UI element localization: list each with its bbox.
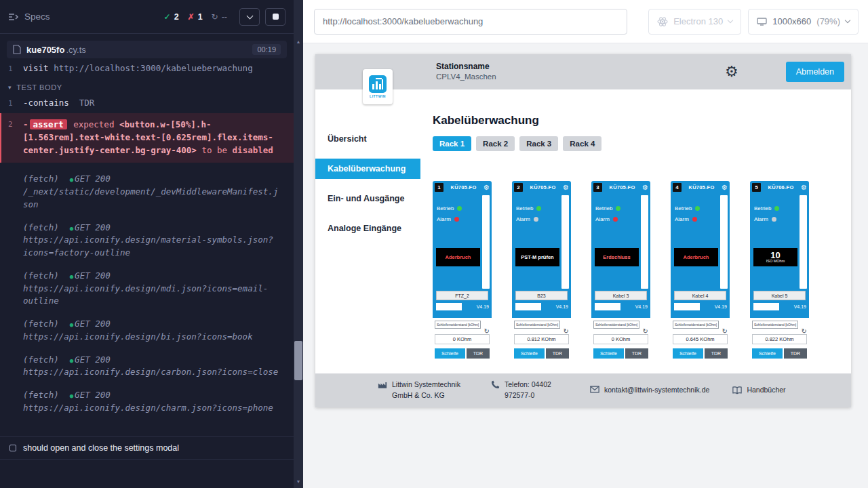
device-gear-icon[interactable]: ⚙ bbox=[484, 184, 490, 191]
resistance-label: Schleifenwiderstand [kOhm] bbox=[673, 321, 719, 329]
collapse-button[interactable] bbox=[239, 8, 260, 26]
rack-tab[interactable]: Rack 4 bbox=[563, 136, 601, 151]
viewport-select[interactable]: 1000x660 (79%) bbox=[748, 9, 859, 35]
network-log-entry[interactable]: (fetch)●GET 200 https://api.iconify.desi… bbox=[0, 354, 294, 380]
device-gear-icon[interactable]: ⚙ bbox=[642, 184, 648, 191]
footer-item[interactable]: Telefon: 04402 972577-0 bbox=[491, 380, 567, 401]
footer-item[interactable]: Handbücher bbox=[732, 385, 785, 396]
level-indicator bbox=[561, 195, 569, 289]
footer-item[interactable]: Littwin Systemtechnik GmbH & Co. KG bbox=[378, 380, 468, 401]
device-gear-icon[interactable]: ⚙ bbox=[563, 184, 569, 191]
line-number: 1 bbox=[0, 63, 18, 73]
tdr-button[interactable]: TDR bbox=[467, 348, 490, 359]
betrieb-label: Betrieb bbox=[437, 205, 454, 211]
success-dot-icon: ● bbox=[70, 176, 73, 183]
spec-timer: 00:19 bbox=[252, 44, 281, 55]
status-display: Aderbruch bbox=[674, 248, 718, 266]
settings-gear-icon[interactable]: ⚙ bbox=[725, 64, 738, 79]
success-dot-icon: ● bbox=[70, 225, 73, 232]
tdr-button[interactable]: TDR bbox=[705, 348, 728, 359]
device-model: KÜ706-FO bbox=[763, 184, 799, 190]
device-number: 5 bbox=[752, 183, 761, 192]
line-number bbox=[0, 222, 18, 260]
runner-header: Specs ✓2 ✗1 ↻-- bbox=[0, 0, 294, 34]
cable-name[interactable]: Kabel 4 bbox=[674, 291, 726, 300]
test-body-section[interactable]: ▾ TEST BODY bbox=[0, 75, 294, 96]
schleife-button[interactable]: Schleife bbox=[593, 348, 624, 359]
betrieb-led bbox=[695, 206, 700, 211]
logout-button[interactable]: Abmelden bbox=[786, 62, 844, 82]
line-number bbox=[0, 270, 18, 308]
schleife-button[interactable]: Schleife bbox=[435, 348, 465, 359]
footer-icon bbox=[491, 380, 500, 389]
sidebar-item[interactable]: Ein- und Ausgänge bbox=[315, 188, 420, 209]
cable-name[interactable]: Kabel 5 bbox=[753, 291, 806, 300]
next-test-title: should open and close the settings modal bbox=[23, 443, 179, 453]
logo-text: LITTWIN bbox=[370, 94, 386, 98]
network-log-entry[interactable]: (fetch)●GET 200 /_next/static/developmen… bbox=[0, 173, 294, 211]
network-log-entry[interactable]: (fetch)●GET 200 https://api.iconify.desi… bbox=[0, 318, 294, 344]
network-log-entry[interactable]: (fetch)●GET 200 https://api.iconify.desi… bbox=[0, 222, 294, 260]
rack-tab[interactable]: Rack 3 bbox=[519, 136, 558, 151]
resistance-value: 0.822 KOhm bbox=[752, 334, 807, 344]
specs-label[interactable]: Specs bbox=[24, 12, 50, 22]
littwin-logo: LITTWIN bbox=[363, 69, 393, 104]
device-gear-icon[interactable]: ⚙ bbox=[801, 184, 807, 191]
footer-item[interactable]: kontakt@littwin-systemtechnik.de bbox=[590, 385, 709, 396]
rack-tab[interactable]: Rack 1 bbox=[433, 136, 471, 151]
version-field bbox=[595, 303, 620, 310]
chevron-down-icon bbox=[728, 18, 733, 23]
resistance-label: Schleifenwiderstand [kOhm] bbox=[435, 321, 481, 329]
footer-icon bbox=[378, 380, 387, 389]
spec-name[interactable]: kue705fo bbox=[26, 45, 64, 55]
tdr-button[interactable]: TDR bbox=[784, 348, 807, 359]
cable-name[interactable]: B23 bbox=[515, 291, 568, 300]
runner-scrollbar[interactable]: ▲ ▼ bbox=[294, 0, 303, 488]
level-indicator bbox=[641, 195, 648, 289]
scroll-down-icon[interactable]: ▼ bbox=[294, 479, 303, 484]
network-log-entry[interactable]: (fetch)●GET 200 https://api.iconify.desi… bbox=[0, 389, 294, 415]
schleife-button[interactable]: Schleife bbox=[752, 348, 783, 359]
station-info: Stationsname CPLV4_Maschen bbox=[436, 61, 496, 83]
scroll-up-icon[interactable]: ▲ bbox=[294, 39, 303, 44]
refresh-icon[interactable]: ↻ bbox=[802, 328, 807, 335]
betrieb-label: Betrieb bbox=[516, 205, 533, 211]
contains-command-row[interactable]: 1 -contains TDR bbox=[0, 96, 294, 110]
main-content: Kabelüberwachung Rack 1 Rack 2 Rack 3 Ra… bbox=[420, 89, 851, 373]
browser-select[interactable]: Electron 130 bbox=[648, 9, 741, 35]
scrollbar-thumb[interactable] bbox=[294, 341, 302, 380]
refresh-icon[interactable]: ↻ bbox=[643, 328, 648, 335]
sidebar-item[interactable]: Übersicht bbox=[315, 129, 420, 149]
sidebar-item[interactable]: Analoge Eingänge bbox=[315, 218, 420, 239]
stop-button[interactable] bbox=[265, 8, 285, 26]
resistance-value: 0.645 KOhm bbox=[673, 334, 728, 344]
betrieb-label: Betrieb bbox=[595, 205, 612, 211]
refresh-icon[interactable]: ↻ bbox=[484, 328, 490, 335]
alarm-led bbox=[613, 217, 618, 222]
device-gear-icon[interactable]: ⚙ bbox=[722, 184, 728, 191]
alarm-led bbox=[692, 217, 697, 222]
refresh-icon[interactable]: ↻ bbox=[564, 328, 569, 335]
assert-badge: assert bbox=[30, 119, 67, 129]
sidebar-item[interactable]: Kabelüberwachung bbox=[315, 159, 420, 179]
schleife-button[interactable]: Schleife bbox=[673, 348, 703, 359]
schleife-button[interactable]: Schleife bbox=[514, 348, 545, 359]
refresh-icon[interactable]: ↻ bbox=[722, 328, 728, 335]
level-indicator bbox=[800, 195, 807, 289]
line-number bbox=[0, 389, 18, 415]
cable-name[interactable]: Kabel 3 bbox=[595, 291, 647, 300]
tdr-button[interactable]: TDR bbox=[625, 348, 648, 359]
network-log-entry[interactable]: (fetch)●GET 200 https://api.iconify.desi… bbox=[0, 270, 294, 308]
visit-command-row[interactable]: 1 visit http://localhost:3000/kabelueber… bbox=[0, 61, 294, 75]
rack-tab[interactable]: Rack 2 bbox=[476, 136, 515, 151]
test-box-icon bbox=[9, 445, 16, 451]
firmware-version: V4.19 bbox=[635, 304, 648, 309]
tdr-button[interactable]: TDR bbox=[546, 348, 569, 359]
url-input[interactable] bbox=[314, 9, 627, 35]
cable-name[interactable]: FTZ_2 bbox=[436, 291, 488, 300]
specs-menu-icon[interactable] bbox=[8, 13, 19, 21]
device-card: 4 KÜ705-FO ⚙ Betrieb Ala bbox=[671, 181, 730, 373]
footer-icon bbox=[732, 386, 742, 394]
failed-assert-row[interactable]: 2 -assert expected <button.w-[50%].h-[1.… bbox=[0, 113, 294, 163]
next-test-row[interactable]: should open and close the settings modal bbox=[0, 436, 294, 460]
